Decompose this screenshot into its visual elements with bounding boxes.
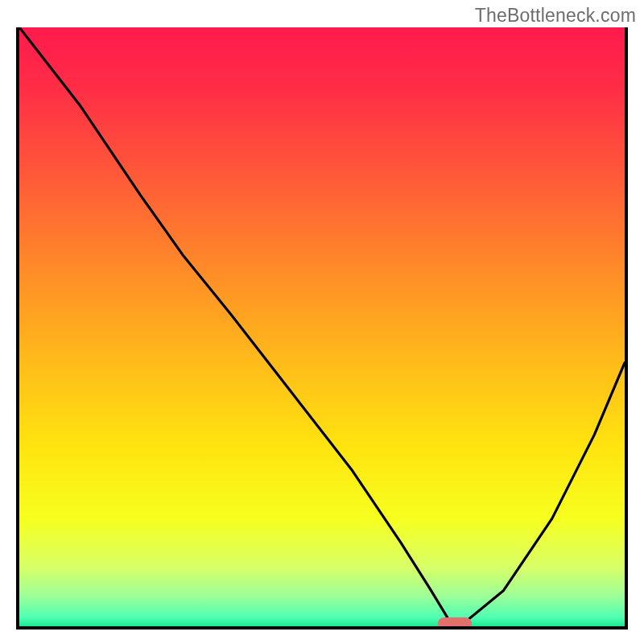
watermark-text: TheBottleneck.com: [475, 5, 636, 27]
plot-area: [16, 27, 628, 630]
optimal-marker: [438, 617, 472, 630]
chart-frame: TheBottleneck.com: [0, 0, 644, 644]
line-curve: [19, 27, 625, 626]
